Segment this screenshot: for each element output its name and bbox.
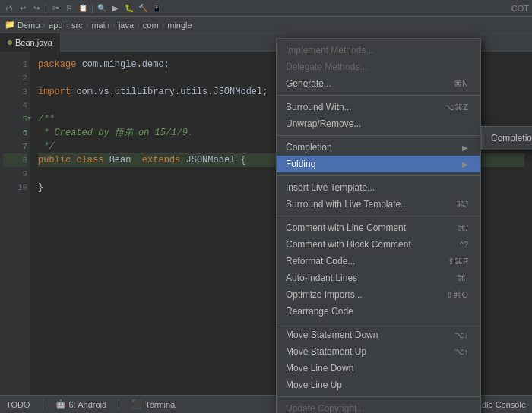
menu-item-move-stmt-up[interactable]: Move Statement Up ⌥↑: [277, 343, 480, 360]
keyword-package: package: [38, 58, 76, 71]
menu-sep-3: [277, 175, 480, 176]
status-sep-2: [119, 399, 119, 410]
menu-item-label: Surround With...: [286, 102, 429, 112]
line-num-4: 4: [3, 99, 27, 112]
status-label-terminal: Terminal: [145, 400, 177, 409]
menu-item-comment-block[interactable]: Comment with Block Comment ^?: [277, 236, 480, 253]
folder-icon: 📁: [5, 20, 15, 30]
terminal-icon: ⬛: [131, 399, 142, 409]
status-item-todo[interactable]: TODO: [6, 400, 30, 409]
menu-item-implement-methods[interactable]: Implement Methods...: [277, 42, 480, 58]
menu-item-label: Comment with Block Comment: [286, 239, 445, 250]
toolbar-icon-search[interactable]: 🔍: [96, 2, 108, 14]
nav-sep-3: ›: [86, 20, 89, 30]
menu-item-delegate-methods[interactable]: Delegate Methods...: [277, 58, 480, 75]
line-num-10: 10: [3, 181, 27, 194]
nav-item-demo[interactable]: 📁 Demo: [5, 20, 40, 30]
toolbar-icon-redo[interactable]: ↪: [30, 2, 43, 14]
menu-item-move-line-up[interactable]: Move Line Up: [277, 377, 480, 393]
nav-item-main[interactable]: main: [91, 20, 109, 30]
menu-item-label: Move Line Up: [286, 380, 468, 390]
toolbar-sep-2: [92, 3, 93, 14]
status-label-android: 6: Android: [69, 400, 107, 409]
fold-arrow-5[interactable]: ▼: [27, 112, 31, 126]
toolbar-icon-paste[interactable]: 📋: [77, 2, 89, 14]
menu-item-folding[interactable]: Folding ▶: [277, 156, 480, 172]
line-num-2: 2: [3, 71, 27, 85]
menu-item-comment-line[interactable]: Comment with Line Comment ⌘/: [277, 219, 480, 236]
line-num-7: 7: [3, 140, 27, 153]
nav-item-java[interactable]: java: [119, 20, 134, 30]
line-num-5: 5: [3, 112, 27, 126]
submenu-arrow: ▶: [462, 160, 468, 169]
line-numbers: 1 2 3 4 5 6 7 8 9 10: [0, 52, 30, 395]
menu-item-shortcut: ⌘I: [458, 273, 468, 283]
menu-item-completion[interactable]: Completion ▶: [277, 139, 480, 156]
nav-item-com[interactable]: com: [143, 20, 159, 30]
menu-item-shortcut: ⌥↓: [454, 330, 469, 340]
menu-item-rearrange[interactable]: Rearrange Code: [277, 303, 480, 320]
menu-item-label: Move Statement Up: [286, 346, 439, 357]
nav-bar: 📁 Demo › app › src › main › java › com ›…: [0, 17, 532, 33]
line-num-8: 8: [3, 153, 27, 167]
menu-item-shortcut: ^?: [460, 240, 468, 249]
toolbar-icon-cut[interactable]: ✂: [49, 2, 62, 14]
nav-sep-2: ›: [65, 20, 68, 30]
menu-item-label: Reformat Code...: [286, 256, 432, 266]
menu-item-shortcut: ⌘N: [454, 79, 468, 89]
menu-item-reformat[interactable]: Reformat Code... ⇧⌘F: [277, 253, 480, 270]
status-item-terminal[interactable]: ⬛ Terminal: [131, 399, 177, 409]
comment-open: /**: [38, 112, 55, 126]
menu-item-label: Update Copyright...: [286, 403, 468, 413]
menu-item-surround-with[interactable]: Surround With... ⌥⌘Z: [277, 99, 480, 115]
status-item-android[interactable]: 🤖 6: Android: [55, 399, 107, 409]
menu-item-label: Rearrange Code: [286, 306, 468, 317]
menu-item-unwrap[interactable]: Unwrap/Remove...: [277, 115, 480, 132]
menu-item-label: Auto-Indent Lines: [286, 273, 442, 283]
menu-item-label: Unwrap/Remove...: [286, 118, 468, 129]
toolbar-icon-debug[interactable]: 🐛: [123, 2, 135, 14]
top-toolbar: ⭯ ↩ ↪ ✂ ⎘ 📋 🔍 ▶ 🐛 🔨 📱 COT: [0, 0, 532, 17]
toolbar-extra: COT: [511, 4, 529, 13]
menu-item-label: Implement Methods...: [286, 45, 453, 55]
file-tab-bean[interactable]: Bean.java: [0, 33, 61, 52]
menu-item-optimize-imports[interactable]: Optimize Imports... ⇧⌘O: [277, 286, 480, 303]
menu-item-generate[interactable]: Generate... ⌘N: [277, 75, 480, 92]
keyword-extends: extends: [142, 153, 180, 167]
menu-sep-4: [277, 216, 480, 216]
toolbar-icon-back[interactable]: ⭯: [3, 2, 15, 14]
nav-sep-4: ›: [112, 20, 116, 30]
toolbar-icon-build[interactable]: 🔨: [137, 2, 149, 14]
line-num-9: 9: [3, 167, 27, 181]
nav-sep-5: ›: [137, 20, 140, 30]
menu-item-label: Move Statement Down: [286, 329, 439, 340]
menu-item-insert-live-template[interactable]: Insert Live Template...: [277, 179, 480, 196]
toolbar-icon-sdk[interactable]: 📱: [150, 2, 163, 14]
menu-item-move-line-down[interactable]: Move Line Down: [277, 360, 480, 377]
status-sep-1: [43, 399, 43, 410]
menu-item-shortcut: ⇧⌘F: [448, 257, 468, 266]
toolbar-icon-copy[interactable]: ⎘: [63, 2, 75, 14]
toolbar-icon-run[interactable]: ▶: [109, 2, 122, 14]
android-icon: 🤖: [55, 399, 66, 409]
menu-item-label: Comment with Line Comment: [286, 222, 442, 233]
nav-item-src[interactable]: src: [71, 20, 83, 30]
menu-item-move-stmt-down[interactable]: Move Statement Down ⌥↓: [277, 326, 480, 343]
nav-item-mingle[interactable]: mingle: [167, 20, 192, 30]
menu-item-surround-live-template[interactable]: Surround with Live Template... ⌘J: [277, 196, 480, 213]
nav-item-app[interactable]: app: [49, 20, 62, 30]
submenu-item-completion-folding[interactable]: Completion Folding: [482, 130, 532, 147]
line-num-1: 1: [3, 58, 27, 71]
nav-sep-6: ›: [162, 20, 165, 30]
toolbar-icon-undo[interactable]: ↩: [17, 2, 29, 14]
class-bean: Bean: [109, 153, 131, 167]
comment-close: */: [38, 140, 55, 153]
line-num-3: 3: [3, 85, 27, 99]
menu-item-update-copyright[interactable]: Update Copyright...: [277, 400, 480, 413]
menu-item-auto-indent[interactable]: Auto-Indent Lines ⌘I: [277, 270, 480, 286]
menu-item-shortcut: ⌘J: [456, 200, 469, 210]
menu-item-shortcut: ⌥⌘Z: [445, 102, 468, 112]
menu-item-label: Surround with Live Template...: [286, 199, 441, 210]
keyword-import: import: [38, 85, 71, 99]
file-tab-dot: [8, 40, 12, 45]
